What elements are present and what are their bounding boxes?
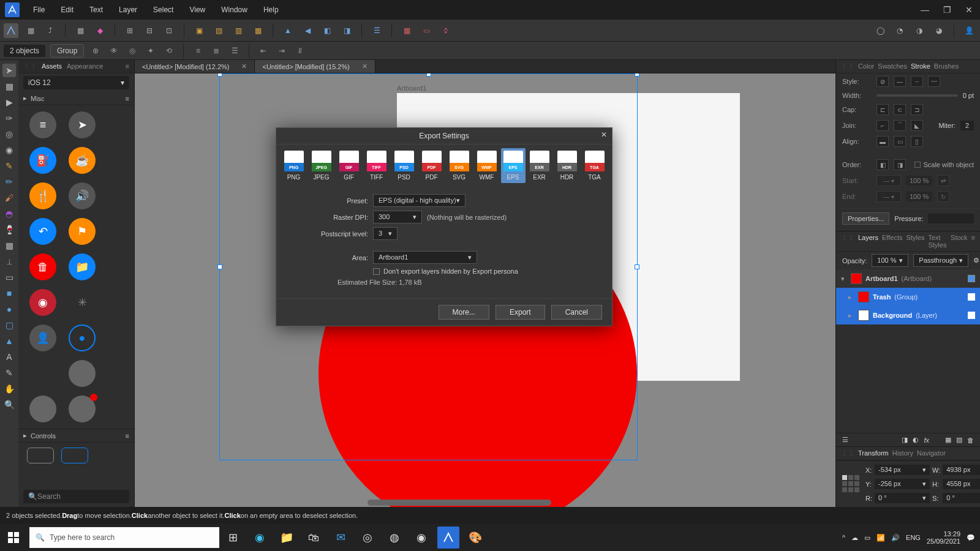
asset-section-controls[interactable]: ▸Controls ≡ xyxy=(18,429,134,443)
arrange-backward-icon[interactable]: ▥ xyxy=(231,23,246,38)
persona-pixel-icon[interactable]: ▦ xyxy=(23,23,38,38)
intersect-op-icon[interactable]: ◑ xyxy=(912,23,927,38)
asset-radio-icon[interactable]: ● xyxy=(69,324,96,351)
style-brush-icon[interactable]: 〰 xyxy=(928,76,940,87)
asset-location-icon[interactable]: ➤ xyxy=(69,111,96,138)
format-pdf[interactable]: PDFPDF xyxy=(420,151,444,181)
asset-spinner-icon[interactable]: ✳ xyxy=(69,289,96,316)
mail-icon[interactable]: ✉ xyxy=(327,524,354,551)
canvas-scroll-h[interactable] xyxy=(368,500,551,506)
ctrl-button-asset[interactable] xyxy=(27,448,54,463)
format-tiff[interactable]: TIFFTIFF xyxy=(364,151,389,181)
start-pct[interactable]: 100 % xyxy=(906,176,932,186)
more-button[interactable]: More... xyxy=(439,305,489,320)
arrange-front-icon[interactable]: ▣ xyxy=(192,23,206,38)
tab-transform[interactable]: Transform xyxy=(858,449,889,457)
asset-user-icon[interactable]: 👤 xyxy=(29,324,56,351)
ps-select[interactable]: 3▾ xyxy=(373,227,398,240)
menu-edit[interactable]: Edit xyxy=(57,3,77,17)
rotate-ccw-icon[interactable]: ◧ xyxy=(320,23,334,38)
tab-assets[interactable]: Assets xyxy=(42,62,62,70)
fill-tool-icon[interactable]: ◓ xyxy=(2,207,16,220)
order-behind-icon[interactable]: ◧ xyxy=(876,159,889,170)
brush-tool-icon[interactable]: ✏ xyxy=(2,175,16,189)
transparency-tool-icon[interactable]: ▦ xyxy=(2,239,16,252)
asset-list-icon[interactable]: ≡ xyxy=(29,111,56,138)
order-front-icon[interactable]: ◨ xyxy=(894,159,906,170)
rectangle-tool-icon[interactable]: ■ xyxy=(2,287,16,300)
format-eps[interactable]: EPSEPS xyxy=(501,148,526,183)
align-center-icon[interactable]: ≣ xyxy=(209,44,223,58)
arrange-forward-icon[interactable]: ▤ xyxy=(211,23,226,38)
tray-volume-icon[interactable]: 🔊 xyxy=(891,534,900,542)
preset-select[interactable]: EPS (digital - high quality)▾ xyxy=(373,194,466,207)
tab-styles[interactable]: Styles xyxy=(906,234,924,249)
menu-help[interactable]: Help xyxy=(260,3,282,17)
place-tool-icon[interactable]: ▭ xyxy=(2,271,16,284)
pressure-preview[interactable] xyxy=(928,214,974,223)
start-button[interactable] xyxy=(0,524,27,551)
doc-tab-1-close-icon[interactable]: ✕ xyxy=(362,62,368,70)
menu-layer[interactable]: Layer xyxy=(115,3,141,17)
align-center-stroke-icon[interactable]: ▬ xyxy=(876,136,889,147)
asset-ipad-pro-icon[interactable] xyxy=(69,395,96,422)
asset-flag-icon[interactable]: ⚑ xyxy=(69,218,96,245)
adjustment-icon[interactable]: ◐ xyxy=(913,436,919,444)
maximize-button[interactable]: ❐ xyxy=(936,5,958,15)
expand-icon[interactable]: ▾ xyxy=(841,275,847,283)
distribute-h-icon[interactable]: ⇤ xyxy=(257,44,270,58)
format-svg[interactable]: SVGSVG xyxy=(447,151,472,181)
layer-visible-checkbox[interactable] xyxy=(968,312,975,319)
store-icon[interactable]: 🛍 xyxy=(300,524,327,551)
tab-navigator[interactable]: Navigator xyxy=(917,449,946,457)
format-psd[interactable]: PSDPSD xyxy=(392,151,417,181)
tray-time[interactable]: 13:29 xyxy=(927,530,960,538)
triangle-tool-icon[interactable]: ▲ xyxy=(2,334,16,348)
asset-fingerprint-icon[interactable]: ◉ xyxy=(29,289,56,316)
start-arrow-select[interactable]: — ▾ xyxy=(876,175,901,186)
zoom-tool-icon[interactable]: 🔍 xyxy=(2,398,16,411)
grid-icon[interactable]: ▦ xyxy=(73,23,88,38)
browser3-icon[interactable]: ◍ xyxy=(381,524,408,551)
export-button[interactable]: Export xyxy=(496,305,545,320)
cancel-button[interactable]: Cancel xyxy=(551,305,602,320)
add-op-icon[interactable]: ◯ xyxy=(873,23,888,38)
tf-y[interactable]: -256 px▾ xyxy=(875,479,930,489)
tab-appearance[interactable]: Appearance xyxy=(67,62,103,70)
join-bevel-icon[interactable]: ◣ xyxy=(911,120,923,131)
corner-tool2-icon[interactable]: ◉ xyxy=(2,143,16,157)
dpi-select[interactable]: 300▾ xyxy=(373,211,422,223)
start-swap-icon[interactable]: ⇄ xyxy=(937,175,949,186)
end-arrow-select[interactable]: — ▾ xyxy=(876,191,901,202)
panel-handle-icon[interactable]: ⋮⋮ xyxy=(23,62,37,70)
magnet-icon[interactable]: ⧲ xyxy=(439,23,453,38)
asset-sound-icon[interactable]: 🔊 xyxy=(69,182,96,209)
doc-tab-0[interactable]: <Untitled> [Modified] (12.2%)✕ xyxy=(135,60,255,73)
layers-group-icon[interactable]: ☰ xyxy=(842,436,848,444)
group-button[interactable]: Group xyxy=(50,44,84,58)
hsl-icon[interactable]: ◆ xyxy=(92,23,107,38)
tab-layers[interactable]: Layers xyxy=(858,234,878,249)
anchor-grid[interactable] xyxy=(842,475,859,493)
tf-x[interactable]: -534 px▾ xyxy=(875,465,930,475)
tray-meet-icon[interactable]: ▭ xyxy=(864,534,870,542)
asset-restaurant-icon[interactable]: 🍴 xyxy=(29,182,56,209)
blend-mode-select[interactable]: Passthrough▾ xyxy=(913,254,968,267)
format-tga[interactable]: TGATGA xyxy=(582,151,607,181)
flip-h-icon[interactable]: ▲ xyxy=(281,23,295,38)
end-pct[interactable]: 100 % xyxy=(906,192,932,201)
corner-tool-icon[interactable]: ⟲ xyxy=(162,44,176,58)
tray-date[interactable]: 25/09/2021 xyxy=(927,538,960,545)
taskbar-search[interactable]: 🔍 Type here to search xyxy=(29,527,219,548)
cap-butt-icon[interactable]: ⊏ xyxy=(876,104,889,115)
style-solid-icon[interactable]: — xyxy=(894,76,906,87)
ellipse-tool-icon[interactable]: ● xyxy=(2,302,16,316)
end-loop-icon[interactable]: ↻ xyxy=(937,191,949,202)
persona-designer-icon[interactable] xyxy=(4,23,18,38)
menu-select[interactable]: Select xyxy=(149,3,177,17)
tab-effects[interactable]: Effects xyxy=(882,234,902,249)
crop-tool-icon[interactable]: ⟂ xyxy=(2,255,16,268)
layer-artboard[interactable]: ▾ Artboard1 (Artboard) xyxy=(836,269,980,288)
menu-view[interactable]: View xyxy=(186,3,209,17)
hide-selection-icon[interactable]: ◎ xyxy=(126,44,139,58)
